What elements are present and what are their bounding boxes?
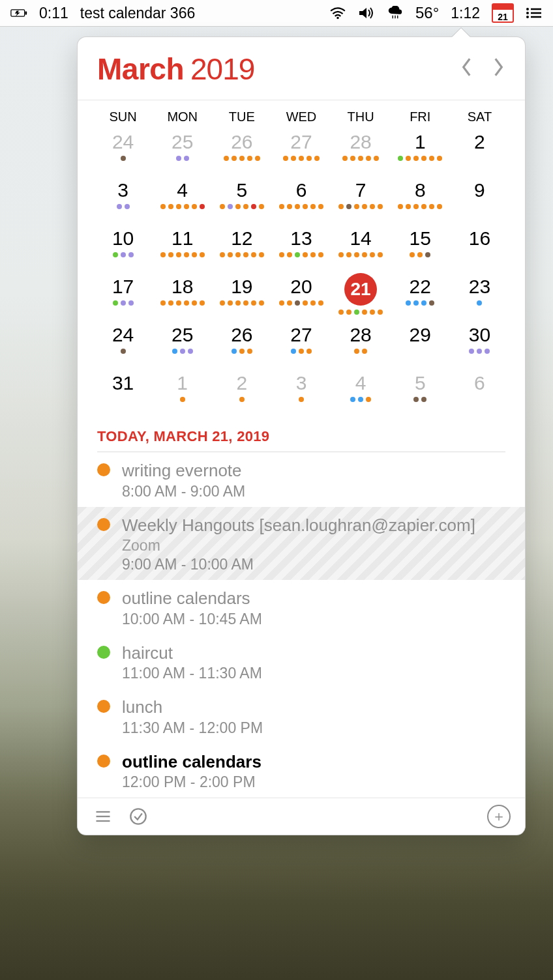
calendar-day-cell[interactable]: 1 <box>391 130 450 174</box>
event-dot <box>362 204 367 209</box>
calendar-day-cell[interactable]: 6 <box>450 371 509 415</box>
calendar-day-cell[interactable]: 17 <box>93 274 153 319</box>
calendar-day-cell[interactable]: 26 <box>212 323 271 367</box>
calendar-day-cell[interactable]: 12 <box>212 226 271 270</box>
event-dot <box>176 156 181 161</box>
prev-month-button[interactable] <box>460 56 474 82</box>
event-dot <box>121 300 126 306</box>
calendar-day-cell[interactable]: 5 <box>212 178 271 222</box>
calendar-day-cell[interactable]: 20 <box>271 274 331 319</box>
volume-icon[interactable] <box>358 6 375 20</box>
event-dot <box>425 252 430 257</box>
calendar-day-cell[interactable]: 13 <box>271 226 331 270</box>
event-dot <box>192 300 197 306</box>
calendar-day-cell[interactable]: 23 <box>450 274 509 319</box>
event-dot <box>259 252 264 257</box>
event-dot <box>437 204 442 209</box>
calendar-day-cell[interactable]: 29 <box>391 323 450 367</box>
day-number: 26 <box>231 130 252 152</box>
calendar-day-cell[interactable]: 19 <box>212 274 271 319</box>
menubar-timer[interactable]: 0:11 <box>39 5 68 22</box>
event-row[interactable]: lunch11:30 AM - 12:00 PM <box>78 689 525 743</box>
calendar-day-cell[interactable]: 14 <box>331 226 391 270</box>
calendar-day-cell[interactable]: 18 <box>153 274 212 319</box>
svg-point-2 <box>336 17 338 19</box>
event-time: 12:00 PM - 2:00 PM <box>122 773 505 791</box>
menubar-clock[interactable]: 1:12 <box>451 5 480 22</box>
event-dot <box>279 204 284 209</box>
calendar-day-cell[interactable]: 27 <box>271 130 331 174</box>
event-dot <box>251 252 256 257</box>
menubar-list-icon[interactable] <box>526 6 543 20</box>
calendar-day-cell[interactable]: 4 <box>331 371 391 415</box>
event-dot <box>477 300 482 306</box>
weather-cloud-rain-icon[interactable] <box>387 6 404 20</box>
event-dot <box>235 252 241 257</box>
calendar-day-cell[interactable]: 28 <box>331 130 391 174</box>
event-row[interactable]: Weekly Hangouts [sean.loughran@zapier.co… <box>78 507 525 581</box>
event-dot <box>235 300 241 306</box>
wifi-icon[interactable] <box>329 6 346 20</box>
menubar-temperature[interactable]: 56° <box>415 4 439 22</box>
calendar-day-cell[interactable]: 25 <box>153 130 212 174</box>
event-row[interactable]: outline calendars12:00 PM - 2:00 PM <box>78 743 525 798</box>
checkmark-circle-icon[interactable] <box>127 805 149 828</box>
calendar-day-cell[interactable]: 2 <box>212 371 271 415</box>
event-dot <box>295 204 300 209</box>
event-dots <box>172 349 193 354</box>
svg-point-8 <box>526 12 529 14</box>
event-dot <box>235 204 241 209</box>
calendar-day-cell[interactable]: 30 <box>450 323 509 367</box>
event-dot <box>251 300 256 306</box>
calendar-day-cell[interactable]: 3 <box>93 178 153 222</box>
event-row[interactable]: outline calendars10:00 AM - 10:45 AM <box>78 580 525 635</box>
calendar-day-cell[interactable]: 3 <box>271 371 331 415</box>
calendar-day-cell[interactable]: 9 <box>450 178 509 222</box>
event-dots <box>406 300 434 306</box>
event-dot <box>413 204 419 209</box>
calendar-day-cell[interactable]: 11 <box>153 226 212 270</box>
calendar-day-cell[interactable]: 1 <box>153 371 212 415</box>
event-dot <box>310 204 316 209</box>
event-dot <box>200 300 205 306</box>
hamburger-menu-icon[interactable] <box>92 805 114 828</box>
calendar-day-cell[interactable]: 15 <box>391 226 450 270</box>
event-color-dot <box>97 463 110 476</box>
event-body: lunch11:30 AM - 12:00 PM <box>122 697 505 737</box>
calendar-day-cell[interactable]: 10 <box>93 226 153 270</box>
next-month-button[interactable] <box>491 56 505 82</box>
dow-label: MON <box>153 109 212 124</box>
menubar-app-title[interactable]: test calendar 366 <box>80 5 195 22</box>
calendar-day-cell[interactable]: 6 <box>271 178 331 222</box>
event-dot <box>350 397 355 402</box>
battery-charging-icon[interactable] <box>10 6 27 20</box>
calendar-day-cell[interactable]: 16 <box>450 226 509 270</box>
event-body: writing evernote8:00 AM - 9:00 AM <box>122 460 505 500</box>
calendar-day-cell[interactable]: 27 <box>271 323 331 367</box>
add-event-button[interactable]: ＋ <box>487 805 511 828</box>
event-dot <box>287 204 292 209</box>
event-dot <box>228 204 233 209</box>
calendar-day-cell[interactable]: 28 <box>331 323 391 367</box>
event-row[interactable]: haircut11:00 AM - 11:30 AM <box>78 635 525 689</box>
calendar-day-cell[interactable]: 21 <box>331 274 391 319</box>
day-number: 1 <box>177 371 188 393</box>
event-dot <box>303 204 308 209</box>
event-dot <box>370 310 375 315</box>
calendar-day-cell[interactable]: 24 <box>93 323 153 367</box>
event-dot <box>398 156 403 161</box>
calendar-day-cell[interactable]: 22 <box>391 274 450 319</box>
calendar-day-cell[interactable]: 26 <box>212 130 271 174</box>
event-row[interactable]: writing evernote8:00 AM - 9:00 AM <box>78 452 525 507</box>
calendar-day-cell[interactable]: 7 <box>331 178 391 222</box>
calendar-day-cell[interactable]: 24 <box>93 130 153 174</box>
calendar-day-cell[interactable]: 31 <box>93 371 153 415</box>
calendar-day-cell[interactable]: 4 <box>153 178 212 222</box>
calendar-day-cell[interactable]: 5 <box>391 371 450 415</box>
calendar-day-cell[interactable]: 8 <box>391 178 450 222</box>
event-dot <box>310 252 316 257</box>
dow-label: TUE <box>212 109 271 124</box>
menubar-calendar-icon[interactable]: 21 <box>492 3 514 23</box>
calendar-day-cell[interactable]: 25 <box>153 323 212 367</box>
calendar-day-cell[interactable]: 2 <box>450 130 509 174</box>
